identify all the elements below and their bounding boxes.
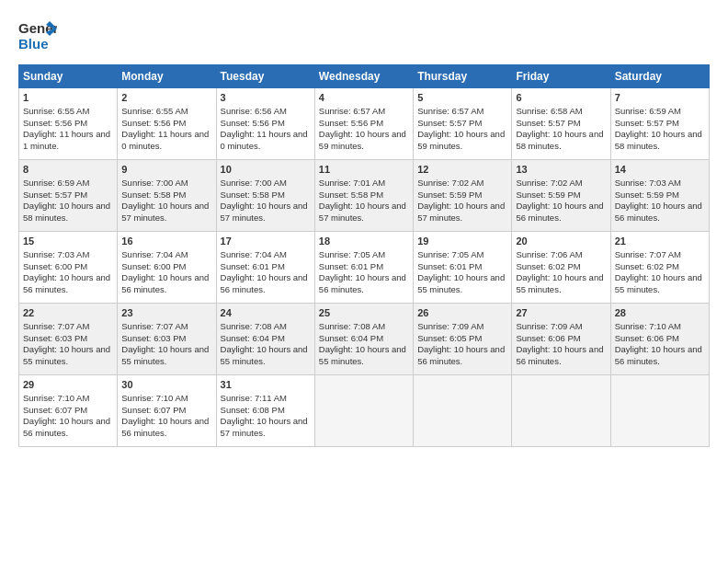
calendar-cell: 3Sunrise: 6:56 AMSunset: 5:56 PMDaylight…: [216, 88, 314, 160]
day-number: 13: [516, 163, 606, 177]
day-number: 8: [23, 163, 113, 177]
calendar-cell: 13Sunrise: 7:02 AMSunset: 5:59 PMDayligh…: [512, 160, 610, 232]
day-info: Sunrise: 6:59 AM: [615, 106, 705, 118]
day-number: 6: [516, 91, 606, 105]
day-info: Daylight: 10 hours and 56 minutes.: [516, 201, 606, 224]
day-info: Sunrise: 6:56 AM: [221, 106, 311, 118]
calendar-cell: [414, 375, 512, 447]
header-wednesday: Wednesday: [314, 65, 413, 88]
day-info: Sunrise: 6:57 AM: [319, 106, 409, 118]
day-info: Daylight: 11 hours and 1 minute.: [23, 129, 113, 153]
calendar-week-4: 22Sunrise: 7:07 AMSunset: 6:03 PMDayligh…: [19, 304, 710, 375]
day-info: Daylight: 10 hours and 56 minutes.: [615, 201, 705, 224]
day-info: Sunrise: 7:02 AM: [516, 178, 606, 190]
calendar-cell: 15Sunrise: 7:03 AMSunset: 6:00 PMDayligh…: [19, 232, 118, 304]
day-info: Sunrise: 7:05 AM: [319, 249, 409, 261]
day-info: Daylight: 10 hours and 57 minutes.: [121, 201, 211, 224]
day-info: Sunrise: 7:09 AM: [516, 321, 606, 333]
calendar-cell: [610, 375, 709, 447]
logo: GeneralBlue: [18, 17, 57, 55]
calendar-cell: 12Sunrise: 7:02 AMSunset: 5:59 PMDayligh…: [414, 160, 512, 232]
day-number: 17: [221, 235, 311, 248]
day-info: Sunset: 5:57 PM: [417, 118, 507, 130]
day-info: Sunset: 5:57 PM: [23, 190, 113, 201]
day-info: Sunset: 6:08 PM: [221, 405, 311, 417]
calendar-week-1: 1Sunrise: 6:55 AMSunset: 5:56 PMDaylight…: [19, 88, 710, 160]
day-info: Sunrise: 6:59 AM: [23, 178, 113, 190]
day-info: Daylight: 10 hours and 56 minutes.: [121, 416, 211, 440]
day-info: Sunset: 5:58 PM: [121, 190, 211, 201]
calendar-cell: 5Sunrise: 6:57 AMSunset: 5:57 PMDaylight…: [414, 88, 512, 160]
day-info: Daylight: 10 hours and 57 minutes.: [417, 201, 507, 224]
day-info: Sunset: 6:00 PM: [121, 261, 211, 273]
day-info: Sunrise: 7:10 AM: [23, 393, 113, 405]
day-info: Daylight: 10 hours and 56 minutes.: [23, 272, 113, 296]
day-info: Sunset: 5:58 PM: [319, 190, 409, 201]
day-info: Sunset: 5:56 PM: [121, 118, 211, 130]
header-sunday: Sunday: [19, 65, 118, 88]
calendar-week-2: 8Sunrise: 6:59 AMSunset: 5:57 PMDaylight…: [19, 160, 710, 232]
day-number: 28: [615, 306, 705, 320]
day-info: Daylight: 10 hours and 58 minutes.: [23, 201, 113, 224]
day-number: 5: [417, 91, 507, 105]
header-saturday: Saturday: [610, 65, 709, 88]
day-info: Daylight: 11 hours and 0 minutes.: [121, 129, 211, 153]
calendar-cell: 26Sunrise: 7:09 AMSunset: 6:05 PMDayligh…: [414, 304, 512, 375]
day-info: Sunset: 6:06 PM: [516, 333, 606, 345]
calendar-cell: 24Sunrise: 7:08 AMSunset: 6:04 PMDayligh…: [216, 304, 314, 375]
day-info: Daylight: 10 hours and 56 minutes.: [121, 272, 211, 296]
day-info: Sunset: 5:59 PM: [615, 190, 705, 201]
day-info: Sunrise: 7:04 AM: [221, 249, 311, 261]
calendar-cell: 11Sunrise: 7:01 AMSunset: 5:58 PMDayligh…: [314, 160, 413, 232]
header-friday: Friday: [512, 65, 610, 88]
day-info: Sunrise: 7:08 AM: [221, 321, 311, 333]
day-number: 23: [121, 306, 211, 320]
day-number: 26: [417, 306, 507, 320]
calendar-cell: 27Sunrise: 7:09 AMSunset: 6:06 PMDayligh…: [512, 304, 610, 375]
day-number: 30: [121, 378, 211, 392]
day-number: 29: [23, 378, 113, 392]
day-info: Sunrise: 6:55 AM: [121, 106, 211, 118]
calendar-cell: [512, 375, 610, 447]
calendar-cell: 10Sunrise: 7:00 AMSunset: 5:58 PMDayligh…: [216, 160, 314, 232]
header-thursday: Thursday: [414, 65, 512, 88]
day-info: Sunset: 5:57 PM: [615, 118, 705, 130]
day-info: Sunrise: 7:01 AM: [319, 178, 409, 190]
day-info: Sunrise: 7:05 AM: [417, 249, 507, 261]
page-container: GeneralBlue SundayMondayTuesdayWednesday…: [0, 0, 728, 456]
day-info: Sunrise: 7:10 AM: [615, 321, 705, 333]
day-info: Sunrise: 7:07 AM: [615, 249, 705, 261]
day-info: Sunset: 5:59 PM: [417, 190, 507, 201]
day-info: Daylight: 10 hours and 55 minutes.: [121, 344, 211, 368]
day-info: Sunset: 6:04 PM: [221, 333, 311, 345]
day-info: Sunrise: 6:58 AM: [516, 106, 606, 118]
calendar-cell: [314, 375, 413, 447]
day-info: Sunset: 6:06 PM: [615, 333, 705, 345]
day-info: Daylight: 10 hours and 56 minutes.: [615, 344, 705, 368]
day-number: 21: [615, 235, 705, 248]
calendar-cell: 25Sunrise: 7:08 AMSunset: 6:04 PMDayligh…: [314, 304, 413, 375]
day-info: Daylight: 10 hours and 56 minutes.: [516, 344, 606, 368]
day-number: 15: [23, 235, 113, 248]
day-info: Daylight: 10 hours and 56 minutes.: [221, 272, 311, 296]
day-info: Daylight: 10 hours and 58 minutes.: [516, 129, 606, 153]
calendar-cell: 31Sunrise: 7:11 AMSunset: 6:08 PMDayligh…: [216, 375, 314, 447]
day-info: Sunrise: 7:09 AM: [417, 321, 507, 333]
day-info: Sunset: 6:03 PM: [121, 333, 211, 345]
day-number: 9: [121, 163, 211, 177]
calendar-cell: 30Sunrise: 7:10 AMSunset: 6:07 PMDayligh…: [118, 375, 216, 447]
day-info: Sunrise: 6:57 AM: [417, 106, 507, 118]
day-number: 24: [221, 306, 311, 320]
day-info: Daylight: 10 hours and 58 minutes.: [615, 129, 705, 153]
day-number: 11: [319, 163, 409, 177]
day-info: Sunset: 6:02 PM: [615, 261, 705, 273]
day-info: Sunset: 6:07 PM: [23, 405, 113, 417]
calendar-cell: 1Sunrise: 6:55 AMSunset: 5:56 PMDaylight…: [19, 88, 118, 160]
day-info: Daylight: 10 hours and 55 minutes.: [221, 344, 311, 368]
day-info: Sunrise: 7:00 AM: [221, 178, 311, 190]
day-info: Daylight: 10 hours and 55 minutes.: [417, 272, 507, 296]
day-info: Daylight: 10 hours and 55 minutes.: [319, 344, 409, 368]
day-info: Daylight: 10 hours and 57 minutes.: [221, 416, 311, 440]
day-info: Daylight: 10 hours and 59 minutes.: [417, 129, 507, 153]
day-info: Sunrise: 7:07 AM: [23, 321, 113, 333]
